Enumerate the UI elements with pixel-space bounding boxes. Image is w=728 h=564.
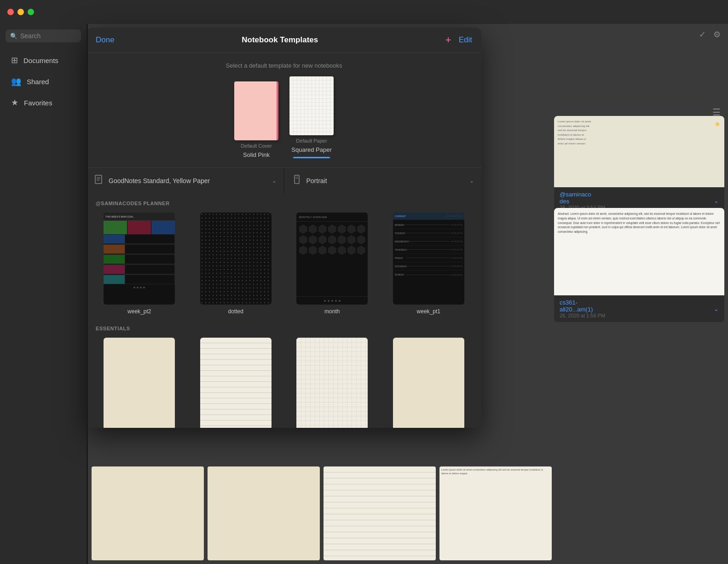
paper-main-label: Squared Paper (291, 146, 331, 153)
cover-sub-label: Default Cover (241, 143, 272, 149)
notebook-templates-modal: Done Notebook Templates + Edit Select a … (87, 28, 481, 428)
shared-icon: 👥 (11, 76, 21, 86)
month-thumbnail: MONTHLY OVERVIEW (296, 213, 368, 305)
paper-style-label: GoodNotes Standard, Yellow Paper (109, 177, 210, 184)
week-pt1-thumbnail: CURRENT ⊞ ☐ ⊡ ⊠ ⊟ ⊞ ⊟ ☐ MONDAY ⊠ ⊟ ⊠ ⊠ ⊟… (393, 213, 464, 305)
orientation-dropdown[interactable]: Portrait ⌄ (284, 168, 482, 193)
add-template-button[interactable]: + (445, 35, 451, 45)
paper-thumbnail (289, 76, 334, 135)
sidebar-item-label: Documents (23, 57, 58, 64)
template-covers: Default Cover Solid Pink Default Paper S… (234, 76, 334, 158)
sidebar-item-favorites[interactable]: ★ Favorites (4, 93, 83, 112)
svg-rect-4 (295, 175, 299, 184)
search-input[interactable]: Search (20, 32, 40, 40)
template-hint: Select a default template for new notebo… (226, 62, 342, 69)
template-extra[interactable] (385, 338, 473, 428)
template-blank[interactable]: blank (96, 338, 183, 428)
modal-header-actions: + Edit (445, 35, 472, 45)
search-box[interactable]: 🔍 Search (6, 29, 81, 42)
template-week-pt2[interactable]: THIS WEEK'S MAIN GOAL (96, 213, 183, 315)
month-label: month (324, 308, 340, 315)
note-title: @saminacodes (560, 191, 605, 205)
sidebar-item-label: Favorites (24, 99, 52, 107)
note-card-saminacodes[interactable]: Lorem ipsum dolor sit ametconsectetur ad… (554, 116, 724, 214)
dotted-thumbnail (200, 213, 272, 305)
extra-thumbnail (393, 338, 464, 428)
close-button[interactable] (7, 9, 14, 15)
modal-title: Notebook Templates (242, 35, 318, 45)
bottom-content: Lorem ipsum dolor sit amet consectetur a… (88, 463, 555, 564)
paper-sub-label: Default Paper (296, 138, 327, 144)
orientation-label: Portrait (306, 177, 327, 184)
dropdowns-row: GoodNotes Standard, Yellow Paper ⌄ Portr… (87, 168, 481, 193)
note-2-expand-chevron[interactable]: ⌄ (714, 305, 719, 312)
cover-main-label: Solid Pink (243, 151, 270, 158)
saminacodes-section-title: @SAMINACODES PLANNER (96, 201, 472, 206)
modal-header: Done Notebook Templates + Edit (87, 28, 481, 53)
search-icon: 🔍 (10, 33, 17, 40)
default-paper-template[interactable]: Default Paper Squared Paper (289, 76, 334, 158)
template-week-pt1[interactable]: CURRENT ⊞ ☐ ⊡ ⊠ ⊟ ⊞ ⊟ ☐ MONDAY ⊠ ⊟ ⊠ ⊠ ⊟… (385, 213, 473, 315)
cover-pink-thumbnail (234, 81, 278, 140)
blank-thumbnail (104, 338, 175, 428)
sidebar-item-documents[interactable]: ⊞ Documents (4, 51, 83, 70)
note-text-content: Abstract: Lorem ipsum dolor sit amet, co… (554, 208, 724, 238)
svg-rect-0 (95, 175, 102, 184)
title-bar (0, 0, 728, 24)
lined-thumbnail (200, 338, 272, 428)
week-pt2-thumbnail: THIS WEEK'S MAIN GOAL (104, 213, 175, 305)
template-dotted[interactable]: dotted (192, 213, 280, 315)
note-2-date: 26, 2020 at 1:56 PM (560, 313, 605, 318)
done-button[interactable]: Done (96, 35, 115, 45)
favorites-icon: ★ (11, 98, 18, 108)
minimize-button[interactable] (17, 9, 24, 15)
week-pt1-label: week_pt1 (417, 308, 440, 315)
sidebar-separator (87, 24, 88, 564)
orientation-icon (292, 174, 302, 187)
template-lined[interactable]: lined (192, 338, 280, 428)
template-month[interactable]: MONTHLY OVERVIEW (289, 213, 376, 315)
list-view-icon[interactable]: ☰ (712, 107, 721, 118)
sidebar: 🔍 Search ⊞ Documents 👥 Shared ★ Favorite… (0, 24, 87, 564)
template-grid-essentials[interactable]: grid (289, 338, 376, 428)
essentials-section: ESSENTIALS blank lined (96, 326, 472, 428)
selected-indicator (293, 157, 330, 158)
gear-icon[interactable]: ⚙ (713, 29, 721, 40)
sidebar-item-label: Shared (27, 78, 49, 86)
star-icon: ★ (714, 120, 721, 128)
maximize-button[interactable] (28, 9, 34, 15)
saminacodes-section: @SAMINACODES PLANNER THIS WEEK'S MAIN GO… (96, 201, 472, 315)
essentials-template-grid: blank lined grid (96, 338, 472, 428)
template-grid-section[interactable]: @SAMINACODES PLANNER THIS WEEK'S MAIN GO… (87, 193, 481, 428)
paper-style-icon (94, 174, 104, 187)
template-selector: Select a default template for new notebo… (87, 53, 481, 168)
essentials-section-title: ESSENTIALS (96, 326, 472, 331)
orientation-dropdown-chevron: ⌄ (469, 178, 474, 184)
grid-thumbnail (296, 338, 368, 428)
documents-icon: ⊞ (11, 55, 18, 65)
note-expand-chevron[interactable]: ⌄ (714, 197, 719, 204)
paper-dropdown-left: GoodNotes Standard, Yellow Paper (94, 174, 210, 187)
dotted-label: dotted (228, 308, 243, 315)
week-pt2-label: week_pt2 (127, 308, 151, 315)
orientation-dropdown-left: Portrait (292, 174, 327, 187)
paper-dropdown-chevron: ⌄ (272, 178, 277, 184)
saminacodes-template-grid: THIS WEEK'S MAIN GOAL (96, 213, 472, 315)
check-circle-icon[interactable]: ✓ (699, 29, 706, 40)
note-card-cs361[interactable]: Abstract: Lorem ipsum dolor sit amet, co… (554, 208, 724, 322)
paper-style-dropdown[interactable]: GoodNotes Standard, Yellow Paper ⌄ (87, 168, 284, 193)
default-cover-template[interactable]: Default Cover Solid Pink (234, 81, 278, 158)
note-2-title: cs361-all20...am(1) (560, 299, 605, 313)
sidebar-item-shared[interactable]: 👥 Shared (4, 72, 83, 91)
note-preview-text: Lorem ipsum dolor sit ametconsectetur ad… (558, 120, 721, 146)
edit-button[interactable]: Edit (459, 35, 472, 45)
